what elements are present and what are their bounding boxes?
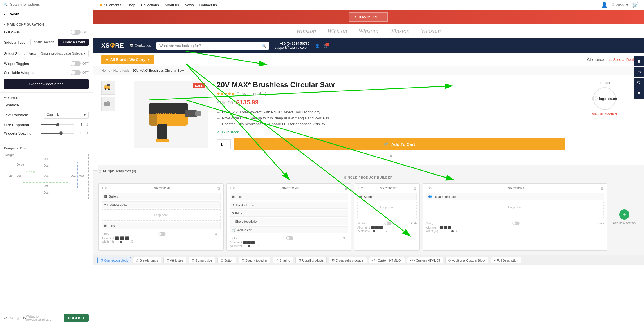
align-icons[interactable]: ⬛⬛⬛ <box>243 241 255 244</box>
widget-toggles-toggle[interactable]: OFF <box>71 61 89 66</box>
full-width-switch[interactable] <box>71 30 81 35</box>
wishlist-icon[interactable]: ♡ Wishlist <box>611 3 628 7</box>
section3-block-rating[interactable]: ★ Product rating <box>230 202 349 209</box>
section7-sticky-toggle[interactable] <box>385 222 392 225</box>
widget-toggles-switch[interactable] <box>71 61 81 66</box>
section3-block-add-cart[interactable]: 🛒 Add to cart <box>230 226 349 233</box>
cart-icon[interactable]: 🛒 <box>632 2 638 8</box>
widgets-spacing-slider[interactable] <box>41 133 74 134</box>
right-sidebar-btn-4[interactable]: ⊞ <box>634 88 644 99</box>
nav-collections[interactable]: Collections <box>141 3 159 7</box>
section7-width-slider[interactable] <box>371 231 385 231</box>
nav-elements[interactable]: Elements <box>106 3 121 7</box>
settings-icon[interactable]: ⚙ <box>23 316 26 320</box>
clearance-link[interactable]: Clearance <box>587 57 604 62</box>
conn-btn-full-desc[interactable]: ≡ Full Description <box>491 257 521 263</box>
special-deals-link[interactable]: 🏷 Special Deals <box>609 57 636 62</box>
conn-btn-upsell[interactable]: ⊞ Upsell products <box>295 257 327 263</box>
quantity-input[interactable] <box>217 139 231 149</box>
delete-icon[interactable]: 🗑 <box>413 186 417 190</box>
full-width-toggle[interactable]: OFF <box>71 30 89 35</box>
redo-icon[interactable]: ↪ <box>10 316 14 320</box>
publish-button[interactable]: PUBLISH <box>64 314 89 322</box>
text-transform-dropdown[interactable]: Capitalize ▾ <box>44 111 89 119</box>
right-sidebar-btn-3[interactable]: 🛡 <box>634 78 644 88</box>
align-right-icon[interactable]: ⬛ <box>125 236 129 240</box>
header-search-input[interactable] <box>159 44 262 48</box>
sidebar-areas-button[interactable]: Sidebar widget areas <box>4 79 89 89</box>
layout-icon[interactable]: ⊞ <box>16 316 20 320</box>
sidebar-type-static[interactable]: Static section <box>30 39 58 46</box>
section3-block-price[interactable]: $ Price <box>230 210 349 217</box>
sidebar-type-builder[interactable]: Builder element <box>58 39 89 46</box>
section3-sticky-toggle[interactable] <box>286 236 293 240</box>
conn-btn-connection-block[interactable]: ⊞ Connection block <box>97 257 131 263</box>
user-icon[interactable]: 👤 <box>601 2 607 8</box>
align-icons[interactable]: ⬛⬛⬛ <box>371 226 383 229</box>
section3-width-slider[interactable] <box>243 246 257 246</box>
thumbnail-1[interactable] <box>101 81 115 95</box>
section2-block-quote[interactable]: ● Request quote <box>102 201 221 208</box>
add-icon[interactable]: + <box>230 186 232 190</box>
expand-icon[interactable]: ∨ <box>217 153 565 159</box>
right-sidebar-btn-1[interactable]: ⊞ <box>634 56 644 66</box>
conn-btn-html04[interactable]: </> Custom HTML 04 <box>369 257 405 263</box>
add-icon[interactable]: + <box>102 186 104 190</box>
breadcrumb-hand-tools[interactable]: Hand tools <box>113 69 129 73</box>
settings-icon[interactable]: ⚙ <box>233 186 236 190</box>
conn-btn-html05[interactable]: </> Custom HTML 05 <box>407 257 443 263</box>
sidebar-type-group[interactable]: Static section Builder element <box>30 39 89 46</box>
settings-icon[interactable]: ⚙ <box>429 186 432 190</box>
header-search-box[interactable]: 🔍 <box>156 42 269 50</box>
contact-button[interactable]: 💬 Contact us <box>129 44 151 48</box>
section6-width-slider[interactable] <box>439 231 453 231</box>
breadcrumb-home[interactable]: Home <box>101 69 110 73</box>
add-section-button[interactable]: + <box>619 209 629 220</box>
nav-shop[interactable]: Shop <box>127 3 135 7</box>
conn-btn-cross-sells[interactable]: ⊞ Cross-sells products <box>329 257 367 263</box>
search-bar[interactable]: 🔍 <box>0 0 93 9</box>
section6-sticky-toggle[interactable] <box>512 222 519 225</box>
thumbnail-2[interactable] <box>101 97 115 111</box>
scrollable-widgets-switch[interactable] <box>71 70 81 75</box>
section2-block-gallery[interactable]: 🖼 Gallery <box>102 193 221 200</box>
right-sidebar-btn-2[interactable]: ▭ <box>634 67 644 77</box>
nav-contact[interactable]: Contact us <box>199 3 217 7</box>
conn-btn-bought-together[interactable]: ⊞ Bought together <box>239 257 270 263</box>
section7-block-sidebar[interactable]: ⊞ Sidebar <box>357 193 417 200</box>
conn-btn-sharing[interactable]: ↗ Sharing <box>273 257 293 263</box>
collapse-handle[interactable]: ‹ <box>93 154 98 171</box>
nav-news[interactable]: News <box>185 3 194 7</box>
add-to-cart-button[interactable]: 🛒 Add To Cart <box>234 138 565 150</box>
widgets-spacing-reset[interactable]: ↺ <box>85 131 89 135</box>
account-icon[interactable]: 👤 <box>315 44 320 48</box>
size-proportion-slider[interactable] <box>41 124 74 125</box>
section2-sticky-toggle[interactable] <box>158 232 165 236</box>
conn-btn-breadcrumbs[interactable]: △ Breadcrumbs <box>133 257 161 263</box>
section6-block-related[interactable]: 👥 Related products <box>426 193 604 200</box>
search-icon[interactable]: 🔍 <box>262 44 266 48</box>
section2-block-tabs[interactable]: ⊞ Tabs <box>102 222 221 229</box>
add-icon[interactable]: + <box>426 186 428 190</box>
align-icons[interactable]: ⬛⬛⬛ <box>439 226 451 229</box>
conn-btn-sizing-guide[interactable]: ⊞ Sizing guide <box>189 257 215 263</box>
size-proportion-reset[interactable]: ↺ <box>85 122 89 127</box>
delete-icon[interactable]: 🗑 <box>345 186 348 190</box>
back-nav[interactable]: ‹ Layout <box>0 9 93 19</box>
search-input[interactable] <box>10 2 89 6</box>
delete-icon[interactable]: 🗑 <box>601 186 604 190</box>
cart-header-icon[interactable]: 🛒1 <box>324 44 328 48</box>
nav-about[interactable]: About us <box>165 3 179 7</box>
select-sidebar-dropdown[interactable]: Single product page Sidebar ▾ <box>38 50 89 57</box>
show-more-button[interactable]: SHOW MORE ↓ <box>349 12 388 22</box>
align-center-icon[interactable]: ⬛ <box>120 236 124 240</box>
all-brands-button[interactable]: ≡ All Brands We Carry ▾ <box>101 55 154 64</box>
conn-btn-additional[interactable]: ◇ Additional Custom Block <box>445 257 488 263</box>
section3-block-short-desc[interactable]: ≡ Short description <box>230 218 349 225</box>
view-all-products-link[interactable]: View all products <box>592 112 618 116</box>
conn-btn-button[interactable]: ◻ Button <box>217 257 236 263</box>
align-left-icon[interactable]: ⬛ <box>115 236 119 240</box>
scrollable-widgets-toggle[interactable]: OFF <box>71 70 89 75</box>
section3-block-title[interactable]: ⊞ Title <box>230 193 349 200</box>
add-icon[interactable]: + <box>357 186 359 190</box>
